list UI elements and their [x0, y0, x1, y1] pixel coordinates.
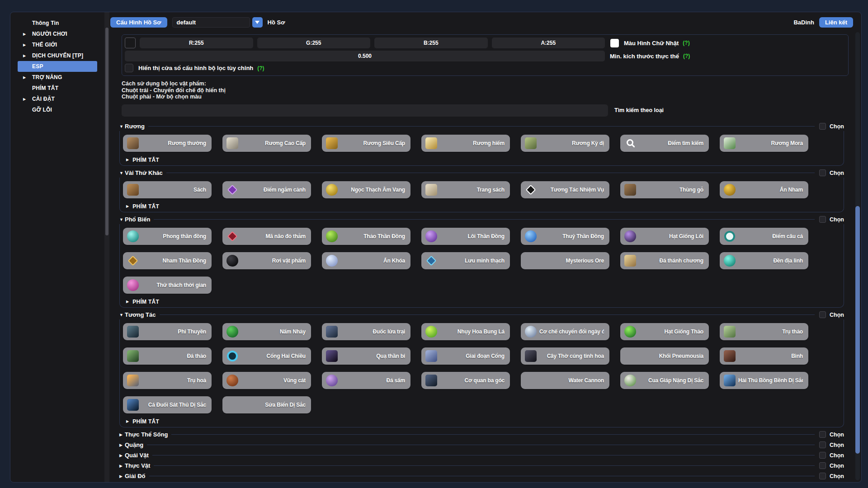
item-button-ruong-thuong[interactable]: Rương thường: [123, 135, 212, 152]
item-button-loi-than-dong[interactable]: Lôi Thần Đồng: [421, 228, 510, 245]
item-button-thao-than-dong[interactable]: Thảo Thần Đồng: [322, 228, 410, 245]
item-button-diem-cau-ca[interactable]: Điểm câu cá: [720, 228, 808, 245]
sidebar-item-go-loi[interactable]: GỠ LỖI: [18, 104, 97, 115]
sidebar-item-nguoi-choi[interactable]: ▶NGƯỜI CHƠI: [18, 28, 97, 39]
item-button-phong-than-dong[interactable]: Phong thần đồng: [123, 228, 212, 245]
select-all-checkbox[interactable]: [819, 216, 826, 223]
item-button-vung-cat[interactable]: Vũng cát: [222, 372, 311, 389]
section-header[interactable]: ▼RươngChọn: [119, 122, 844, 131]
item-button-roi-vat-pham[interactable]: Rơi vật phẩm: [222, 252, 311, 269]
select-all-checkbox[interactable]: [819, 123, 826, 130]
section-header[interactable]: ▶Quái VậtChọn: [119, 451, 844, 460]
item-button-da-thao[interactable]: Đá thảo: [123, 347, 212, 365]
link-button[interactable]: Liên kết: [819, 17, 853, 28]
item-button-ruong-hiem[interactable]: Rương hiếm: [421, 135, 510, 152]
sidebar-item-phim-tat[interactable]: PHÍM TẮT: [18, 83, 97, 94]
item-button-duoc-lua-trai[interactable]: Đuốc lửa trại: [322, 323, 410, 340]
color-swatch[interactable]: [125, 38, 136, 48]
section-header[interactable]: ▶Giải ĐốChọn: [119, 472, 844, 481]
item-button-co-quan-ba-goc[interactable]: Cơ quan ba góc: [421, 372, 510, 389]
rect-color-help-icon[interactable]: (?): [683, 40, 689, 46]
select-all-checkbox[interactable]: [819, 462, 826, 469]
item-button-ruong-sieu-cap[interactable]: Rương Siêu Cấp: [322, 135, 410, 152]
item-button-da-thanh-chuong[interactable]: Đá thánh chương: [620, 252, 709, 269]
item-button-khoi-pneumousia[interactable]: Khối Pneumousia: [620, 347, 709, 365]
sidebar-item-tro-nang[interactable]: ▶TRỢ NĂNG: [18, 72, 97, 83]
custom-filter-help-icon[interactable]: (?): [257, 65, 264, 71]
sidebar-scrollbar-thumb[interactable]: [105, 28, 108, 235]
item-button-nam-nhay[interactable]: Nấm Nhảy: [222, 323, 311, 340]
item-button-cay-tho-cung-tinh-hoa[interactable]: Cây Thờ cúng tinh hoa: [521, 347, 609, 365]
content-scrollbar[interactable]: [855, 32, 860, 480]
section-header[interactable]: ▼Vài Thứ KhácChọn: [119, 169, 844, 178]
item-button-giai-doan-cong[interactable]: Giai đoạn Cổng: [421, 347, 510, 365]
item-button-hat-giong-loi[interactable]: Hạt Giống Lôi: [620, 228, 709, 245]
select-all-checkbox[interactable]: [819, 311, 826, 318]
section-shortcut-row[interactable]: ▶PHÍM TẮT: [120, 296, 844, 307]
select-all-checkbox[interactable]: [819, 473, 826, 479]
item-button-mysterious-ore[interactable]: Mysterious Ore: [521, 252, 609, 269]
item-button-ngoc-thach-am-vang[interactable]: Ngọc Thạch Âm Vang: [322, 181, 410, 198]
section-header[interactable]: ▶Thực VậtChọn: [119, 461, 844, 470]
item-button-diem-tim-kiem[interactable]: Điểm tìm kiếm: [620, 135, 709, 152]
item-button-nhuy-hoa-bung-la[interactable]: Nhụy Hoa Bung Lá: [421, 323, 510, 340]
item-button-binh[interactable]: Bình: [720, 347, 808, 365]
item-button-tru-hoa[interactable]: Trụ hoả: [123, 372, 212, 389]
item-button-hat-giong-thao[interactable]: Hạt Giống Thảo: [620, 323, 709, 340]
item-button-cua-giap-nang-di-sac[interactable]: Cua Giáp Nặng Dị Sắc: [620, 372, 709, 389]
select-all-checkbox[interactable]: [819, 452, 826, 459]
sidebar-item-dich-chuyen-tp[interactable]: ▶DỊCH CHUYỂN [TP]: [18, 50, 97, 61]
item-button-cong-hai-chieu[interactable]: Cổng Hai Chiều: [222, 347, 311, 365]
item-button-an-nham[interactable]: Ấn Nham: [720, 181, 808, 198]
color-r-field[interactable]: R:255: [140, 38, 253, 48]
item-button-qua-than-bi[interactable]: Quạ thần bí: [322, 347, 410, 365]
item-button-ma-nao-do-tham[interactable]: Mã não đỏ thẫm: [222, 228, 311, 245]
item-button-phi-thuyen[interactable]: Phi Thuyền: [123, 323, 212, 340]
section-header[interactable]: ▼Phổ BiếnChọn: [119, 215, 844, 224]
min-size-slider[interactable]: 0.500: [125, 51, 605, 61]
item-button-sach[interactable]: Sách: [123, 181, 212, 198]
custom-filter-checkbox[interactable]: [125, 64, 133, 72]
color-g-field[interactable]: G:255: [257, 38, 371, 48]
item-button-co-che-chuyen-doi-ngay-dem[interactable]: Cơ chế chuyển đổi ngày đêm: [521, 323, 609, 340]
sidebar-item-the-gioi[interactable]: ▶THẾ GIỚI: [18, 39, 97, 50]
section-header[interactable]: ▶QuặngChọn: [119, 441, 844, 450]
item-button-luu-minh-thach[interactable]: Lưu minh thạch: [421, 252, 510, 269]
item-button-ruong-mora[interactable]: Rương Mora: [720, 135, 808, 152]
color-b-field[interactable]: B:255: [374, 38, 488, 48]
item-button-sua-bien-di-sac[interactable]: Sứa Biển Dị Sắc: [222, 396, 311, 413]
item-button-thu-thach-thoi-gian[interactable]: Thử thách thời gian: [123, 277, 212, 294]
sidebar-item-cai-dat[interactable]: ▶CÀI ĐẶT: [18, 94, 97, 104]
rect-color-checkbox[interactable]: [610, 39, 619, 47]
section-header[interactable]: ▶Thực Thể SốngChọn: [119, 430, 844, 439]
content-scrollbar-thumb[interactable]: [855, 206, 860, 454]
item-button-nham-than-dong[interactable]: Nham Thần Đồng: [123, 252, 212, 269]
item-button-den-dia-linh[interactable]: Đền địa linh: [720, 252, 808, 269]
section-shortcut-row[interactable]: ▶PHÍM TẮT: [120, 155, 844, 165]
sidebar-item-thong-tin[interactable]: Thông Tin: [18, 18, 97, 28]
profile-config-button[interactable]: Cấu Hình Hồ Sơ: [110, 17, 167, 28]
select-all-checkbox[interactable]: [819, 169, 826, 176]
item-button-ruong-cao-cap[interactable]: Rương Cao Cấp: [222, 135, 311, 152]
sidebar-scrollbar[interactable]: [104, 12, 109, 482]
item-button-trang-sach[interactable]: Trang sách: [421, 181, 510, 198]
item-button-an-khoa[interactable]: Ấn Khóa: [322, 252, 410, 269]
item-button-hai-thu-bong-benh-di-sac[interactable]: Hải Thú Bồng Bềnh Dị Sắc: [720, 372, 808, 389]
section-header[interactable]: ▼Tương TácChọn: [119, 310, 844, 319]
search-input[interactable]: [122, 104, 608, 117]
item-button-tuong-tac-nhiem-vu[interactable]: Tương Tác Nhiệm Vụ: [521, 181, 609, 198]
item-button-ca-duoi-sat-thu-di-sac[interactable]: Cá Đuối Sát Thủ Dị Sắc: [123, 396, 212, 413]
select-all-checkbox[interactable]: [819, 431, 826, 438]
item-button-thung-go[interactable]: Thùng gỗ: [620, 181, 709, 198]
section-shortcut-row[interactable]: ▶PHÍM TẮT: [120, 416, 844, 427]
item-button-thuy-than-dong[interactable]: Thuỷ Thần Đồng: [521, 228, 609, 245]
profile-select-dropdown-button[interactable]: [252, 17, 263, 28]
color-a-field[interactable]: A:255: [492, 38, 605, 48]
item-button-da-sam[interactable]: Đá sấm: [322, 372, 410, 389]
item-button-diem-ngam-canh[interactable]: Điểm ngắm cảnh: [222, 181, 311, 198]
item-button-water-cannon[interactable]: Water Cannon: [521, 372, 609, 389]
profile-select[interactable]: default: [172, 17, 250, 28]
sidebar-item-esp[interactable]: ESP: [18, 61, 97, 72]
select-all-checkbox[interactable]: [819, 441, 826, 448]
item-button-ruong-ky-di[interactable]: Rương Kỳ dị: [521, 135, 609, 152]
